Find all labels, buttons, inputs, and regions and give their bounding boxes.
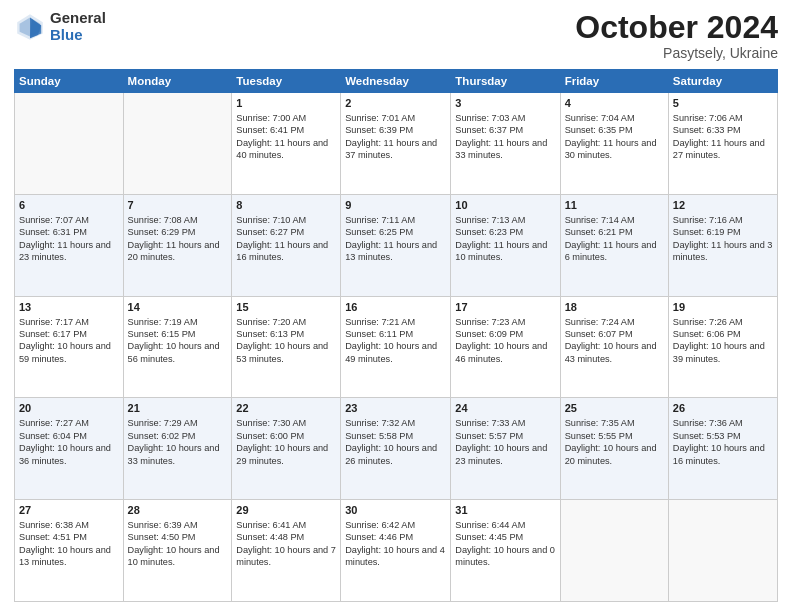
day-info-24: Sunrise: 7:33 AM Sunset: 5:57 PM Dayligh… [455, 417, 555, 467]
logo-blue-text: Blue [50, 27, 106, 44]
day-info-22: Sunrise: 7:30 AM Sunset: 6:00 PM Dayligh… [236, 417, 336, 467]
day-number-19: 19 [673, 300, 773, 315]
calendar-cell-w1d3: 9Sunrise: 7:11 AM Sunset: 6:25 PM Daylig… [341, 194, 451, 296]
day-info-9: Sunrise: 7:11 AM Sunset: 6:25 PM Dayligh… [345, 214, 446, 264]
day-number-8: 8 [236, 198, 336, 213]
day-number-30: 30 [345, 503, 446, 518]
day-info-28: Sunrise: 6:39 AM Sunset: 4:50 PM Dayligh… [128, 519, 228, 569]
day-number-31: 31 [455, 503, 555, 518]
day-info-10: Sunrise: 7:13 AM Sunset: 6:23 PM Dayligh… [455, 214, 555, 264]
calendar-cell-w0d5: 4Sunrise: 7:04 AM Sunset: 6:35 PM Daylig… [560, 93, 668, 195]
day-number-7: 7 [128, 198, 228, 213]
calendar-cell-w2d0: 13Sunrise: 7:17 AM Sunset: 6:17 PM Dayli… [15, 296, 124, 398]
week-row-0: 1Sunrise: 7:00 AM Sunset: 6:41 PM Daylig… [15, 93, 778, 195]
header-sunday: Sunday [15, 70, 124, 93]
day-number-12: 12 [673, 198, 773, 213]
calendar-cell-w0d4: 3Sunrise: 7:03 AM Sunset: 6:37 PM Daylig… [451, 93, 560, 195]
header-wednesday: Wednesday [341, 70, 451, 93]
day-number-24: 24 [455, 401, 555, 416]
day-info-27: Sunrise: 6:38 AM Sunset: 4:51 PM Dayligh… [19, 519, 119, 569]
day-number-10: 10 [455, 198, 555, 213]
day-number-21: 21 [128, 401, 228, 416]
week-row-4: 27Sunrise: 6:38 AM Sunset: 4:51 PM Dayli… [15, 500, 778, 602]
day-info-19: Sunrise: 7:26 AM Sunset: 6:06 PM Dayligh… [673, 316, 773, 366]
calendar-cell-w1d4: 10Sunrise: 7:13 AM Sunset: 6:23 PM Dayli… [451, 194, 560, 296]
day-number-14: 14 [128, 300, 228, 315]
day-number-22: 22 [236, 401, 336, 416]
day-number-6: 6 [19, 198, 119, 213]
calendar-table: Sunday Monday Tuesday Wednesday Thursday… [14, 69, 778, 602]
day-info-7: Sunrise: 7:08 AM Sunset: 6:29 PM Dayligh… [128, 214, 228, 264]
day-number-3: 3 [455, 96, 555, 111]
week-row-2: 13Sunrise: 7:17 AM Sunset: 6:17 PM Dayli… [15, 296, 778, 398]
day-info-6: Sunrise: 7:07 AM Sunset: 6:31 PM Dayligh… [19, 214, 119, 264]
day-info-17: Sunrise: 7:23 AM Sunset: 6:09 PM Dayligh… [455, 316, 555, 366]
day-number-5: 5 [673, 96, 773, 111]
day-info-1: Sunrise: 7:00 AM Sunset: 6:41 PM Dayligh… [236, 112, 336, 162]
header-tuesday: Tuesday [232, 70, 341, 93]
calendar-cell-w1d1: 7Sunrise: 7:08 AM Sunset: 6:29 PM Daylig… [123, 194, 232, 296]
calendar-cell-w0d1 [123, 93, 232, 195]
header: General Blue October 2024 Pasytsely, Ukr… [14, 10, 778, 61]
calendar-cell-w2d4: 17Sunrise: 7:23 AM Sunset: 6:09 PM Dayli… [451, 296, 560, 398]
day-info-26: Sunrise: 7:36 AM Sunset: 5:53 PM Dayligh… [673, 417, 773, 467]
day-info-2: Sunrise: 7:01 AM Sunset: 6:39 PM Dayligh… [345, 112, 446, 162]
day-info-15: Sunrise: 7:20 AM Sunset: 6:13 PM Dayligh… [236, 316, 336, 366]
calendar-cell-w1d5: 11Sunrise: 7:14 AM Sunset: 6:21 PM Dayli… [560, 194, 668, 296]
day-info-8: Sunrise: 7:10 AM Sunset: 6:27 PM Dayligh… [236, 214, 336, 264]
day-number-9: 9 [345, 198, 446, 213]
header-friday: Friday [560, 70, 668, 93]
day-number-29: 29 [236, 503, 336, 518]
day-info-14: Sunrise: 7:19 AM Sunset: 6:15 PM Dayligh… [128, 316, 228, 366]
day-info-30: Sunrise: 6:42 AM Sunset: 4:46 PM Dayligh… [345, 519, 446, 569]
day-number-25: 25 [565, 401, 664, 416]
calendar-cell-w3d4: 24Sunrise: 7:33 AM Sunset: 5:57 PM Dayli… [451, 398, 560, 500]
calendar-cell-w2d1: 14Sunrise: 7:19 AM Sunset: 6:15 PM Dayli… [123, 296, 232, 398]
day-number-23: 23 [345, 401, 446, 416]
header-thursday: Thursday [451, 70, 560, 93]
location-subtitle: Pasytsely, Ukraine [575, 45, 778, 61]
logo-text: General Blue [50, 10, 106, 43]
calendar-cell-w1d2: 8Sunrise: 7:10 AM Sunset: 6:27 PM Daylig… [232, 194, 341, 296]
title-block: October 2024 Pasytsely, Ukraine [575, 10, 778, 61]
day-info-4: Sunrise: 7:04 AM Sunset: 6:35 PM Dayligh… [565, 112, 664, 162]
calendar-cell-w0d3: 2Sunrise: 7:01 AM Sunset: 6:39 PM Daylig… [341, 93, 451, 195]
calendar-cell-w3d3: 23Sunrise: 7:32 AM Sunset: 5:58 PM Dayli… [341, 398, 451, 500]
page: General Blue October 2024 Pasytsely, Ukr… [0, 0, 792, 612]
calendar-cell-w0d6: 5Sunrise: 7:06 AM Sunset: 6:33 PM Daylig… [668, 93, 777, 195]
calendar-cell-w2d2: 15Sunrise: 7:20 AM Sunset: 6:13 PM Dayli… [232, 296, 341, 398]
calendar-cell-w4d3: 30Sunrise: 6:42 AM Sunset: 4:46 PM Dayli… [341, 500, 451, 602]
day-info-18: Sunrise: 7:24 AM Sunset: 6:07 PM Dayligh… [565, 316, 664, 366]
calendar-cell-w2d5: 18Sunrise: 7:24 AM Sunset: 6:07 PM Dayli… [560, 296, 668, 398]
day-number-15: 15 [236, 300, 336, 315]
calendar-cell-w3d5: 25Sunrise: 7:35 AM Sunset: 5:55 PM Dayli… [560, 398, 668, 500]
header-monday: Monday [123, 70, 232, 93]
calendar-cell-w4d5 [560, 500, 668, 602]
header-saturday: Saturday [668, 70, 777, 93]
day-info-23: Sunrise: 7:32 AM Sunset: 5:58 PM Dayligh… [345, 417, 446, 467]
day-info-29: Sunrise: 6:41 AM Sunset: 4:48 PM Dayligh… [236, 519, 336, 569]
day-number-27: 27 [19, 503, 119, 518]
logo: General Blue [14, 10, 106, 43]
month-title: October 2024 [575, 10, 778, 45]
day-info-31: Sunrise: 6:44 AM Sunset: 4:45 PM Dayligh… [455, 519, 555, 569]
calendar-cell-w3d0: 20Sunrise: 7:27 AM Sunset: 6:04 PM Dayli… [15, 398, 124, 500]
week-row-3: 20Sunrise: 7:27 AM Sunset: 6:04 PM Dayli… [15, 398, 778, 500]
day-number-18: 18 [565, 300, 664, 315]
week-row-1: 6Sunrise: 7:07 AM Sunset: 6:31 PM Daylig… [15, 194, 778, 296]
calendar-cell-w3d6: 26Sunrise: 7:36 AM Sunset: 5:53 PM Dayli… [668, 398, 777, 500]
calendar-cell-w4d2: 29Sunrise: 6:41 AM Sunset: 4:48 PM Dayli… [232, 500, 341, 602]
day-info-13: Sunrise: 7:17 AM Sunset: 6:17 PM Dayligh… [19, 316, 119, 366]
calendar-cell-w3d1: 21Sunrise: 7:29 AM Sunset: 6:02 PM Dayli… [123, 398, 232, 500]
calendar-cell-w2d6: 19Sunrise: 7:26 AM Sunset: 6:06 PM Dayli… [668, 296, 777, 398]
calendar-cell-w0d0 [15, 93, 124, 195]
calendar-cell-w2d3: 16Sunrise: 7:21 AM Sunset: 6:11 PM Dayli… [341, 296, 451, 398]
day-number-13: 13 [19, 300, 119, 315]
calendar-cell-w1d0: 6Sunrise: 7:07 AM Sunset: 6:31 PM Daylig… [15, 194, 124, 296]
day-number-20: 20 [19, 401, 119, 416]
calendar-cell-w0d2: 1Sunrise: 7:00 AM Sunset: 6:41 PM Daylig… [232, 93, 341, 195]
calendar-cell-w4d0: 27Sunrise: 6:38 AM Sunset: 4:51 PM Dayli… [15, 500, 124, 602]
day-number-26: 26 [673, 401, 773, 416]
day-info-5: Sunrise: 7:06 AM Sunset: 6:33 PM Dayligh… [673, 112, 773, 162]
day-info-12: Sunrise: 7:16 AM Sunset: 6:19 PM Dayligh… [673, 214, 773, 264]
